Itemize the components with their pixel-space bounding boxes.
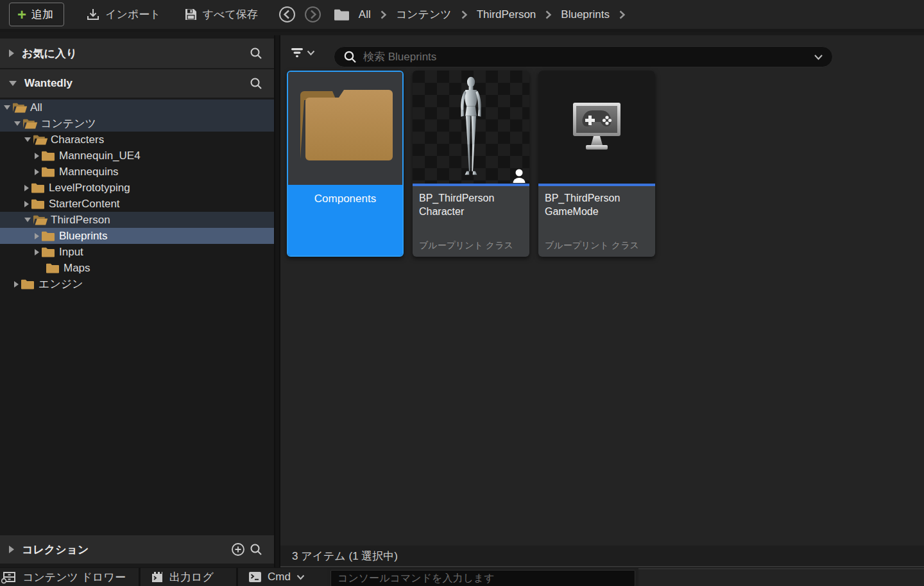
- tree-item-Input[interactable]: Input: [0, 244, 274, 260]
- chevron-right-icon: [461, 10, 468, 20]
- search-icon[interactable]: [247, 74, 265, 92]
- bottom-dock-bar: コンテンツ ドロワー 出力ログ Cmd コンソールコマンドを入力します: [0, 567, 924, 586]
- tree-item-All[interactable]: All: [0, 99, 274, 116]
- chevron-right-icon: [619, 10, 626, 20]
- folder-icon: [33, 214, 48, 226]
- collapse-arrow-icon[interactable]: [24, 137, 31, 142]
- tree-item-label: Mannequin_UE4: [59, 148, 141, 164]
- asset-name: Components: [288, 185, 402, 255]
- asset-tile-BP_ThirdPersonCharacter[interactable]: BP_ThirdPersonCharacterブループリント クラス: [413, 71, 529, 257]
- search-icon[interactable]: [247, 540, 265, 558]
- breadcrumb-item-thirdperson[interactable]: ThirdPerson: [477, 8, 536, 21]
- tree-item-Blueprints[interactable]: Blueprints: [0, 228, 274, 244]
- character-thumbnail: [441, 75, 501, 179]
- content-drawer-label: コンテンツ ドロワー: [22, 570, 126, 585]
- cmd-terminal-icon: [248, 571, 262, 583]
- tree-item-Mannequin_UE4[interactable]: Mannequin_UE4: [0, 148, 274, 164]
- folder-icon: [31, 198, 46, 210]
- chevron-down-icon: [296, 574, 305, 580]
- asset-tile-BP_ThirdPersonGameMode[interactable]: BP_ThirdPersonGameModeブループリント クラス: [538, 71, 655, 257]
- search-icon[interactable]: [247, 44, 265, 62]
- breadcrumb: All コンテンツ ThirdPerson Blueprints: [334, 7, 626, 22]
- add-button[interactable]: + 追加: [9, 3, 64, 26]
- wantedly-section-header[interactable]: Wantedly: [0, 69, 274, 98]
- tree-item-label: エンジン: [38, 276, 83, 292]
- tree-item-label: Maps: [64, 260, 90, 276]
- expand-arrow-icon[interactable]: [35, 169, 39, 175]
- tree-item-ThirdPerson[interactable]: ThirdPerson: [0, 212, 274, 228]
- gamemode-thumbnail-icon: [569, 100, 624, 154]
- save-all-label: すべて保存: [203, 7, 258, 22]
- collapse-arrow-icon[interactable]: [14, 121, 21, 126]
- folder-icon: [41, 246, 56, 258]
- folder-icon: [12, 102, 28, 114]
- sidebar: お気に入り Wantedly AllコンテンツCharactersMannequ…: [0, 35, 274, 567]
- folder-icon: [41, 150, 56, 162]
- output-log-label: 出力ログ: [169, 570, 214, 585]
- collapse-arrow-icon[interactable]: [4, 105, 10, 110]
- expand-arrow-icon[interactable]: [35, 233, 39, 239]
- asset-tile-Components[interactable]: Components: [287, 71, 404, 257]
- import-label: インポート: [105, 7, 161, 22]
- expand-arrow-icon[interactable]: [14, 281, 19, 288]
- breadcrumb-item-content[interactable]: コンテンツ: [396, 7, 452, 22]
- tree-item-label: All: [30, 99, 42, 116]
- asset-type-label: ブループリント クラス: [419, 240, 513, 252]
- content-drawer-tab[interactable]: コンテンツ ドロワー: [0, 568, 139, 586]
- breadcrumb-item-blueprints[interactable]: Blueprints: [561, 8, 610, 21]
- wantedly-label: Wantedly: [24, 77, 73, 90]
- breadcrumb-item-all[interactable]: All: [359, 8, 371, 21]
- favorites-section-header[interactable]: お気に入り: [0, 39, 274, 68]
- save-all-button[interactable]: すべて保存: [184, 7, 258, 22]
- back-button[interactable]: [278, 6, 296, 24]
- tree-item-Mannequins[interactable]: Mannequins: [0, 164, 274, 180]
- expand-arrow-icon[interactable]: [35, 249, 39, 255]
- collections-section-header[interactable]: コレクション: [0, 535, 274, 564]
- expand-arrow-icon[interactable]: [9, 49, 14, 57]
- status-bar: 3 アイテム (1 選択中): [280, 546, 924, 567]
- cmd-label: Cmd: [268, 571, 291, 583]
- output-log-tab[interactable]: 出力ログ: [141, 568, 236, 586]
- tree-item-label: Characters: [51, 132, 104, 148]
- console-command-input[interactable]: コンソールコマンドを入力します: [330, 570, 635, 586]
- import-button[interactable]: インポート: [86, 7, 161, 22]
- asset-name: BP_ThirdPersonGameMode: [545, 191, 649, 218]
- forward-button[interactable]: [304, 6, 322, 24]
- folder-icon: [46, 263, 61, 274]
- content-drawer-icon: [1, 570, 17, 584]
- expand-arrow-icon[interactable]: [35, 153, 39, 159]
- expand-arrow-icon[interactable]: [24, 185, 29, 191]
- folder-icon: [41, 230, 56, 242]
- output-log-icon: [151, 571, 164, 583]
- tree-item-コンテンツ[interactable]: コンテンツ: [0, 116, 274, 132]
- chevron-right-icon: [545, 10, 552, 20]
- search-icon: [343, 50, 357, 64]
- top-toolbar: + 追加 インポート すべて保存 All: [0, 0, 924, 32]
- asset-type-label: ブループリント クラス: [545, 240, 639, 252]
- cmd-selector[interactable]: Cmd: [238, 568, 327, 586]
- asset-grid: Components BP_ThirdPersonCharacterブループリン…: [287, 71, 655, 257]
- tree-item-label: Input: [59, 244, 83, 260]
- tree-item-Maps[interactable]: Maps: [0, 260, 274, 276]
- breadcrumb-folder-icon: [334, 8, 350, 21]
- tree-item-label: StarterContent: [49, 196, 120, 212]
- add-collection-icon[interactable]: [229, 540, 247, 558]
- tree-item-label: Blueprints: [59, 228, 108, 244]
- filter-button[interactable]: [291, 46, 315, 59]
- plus-icon: +: [17, 10, 26, 20]
- console-placeholder: コンソールコマンドを入力します: [338, 572, 495, 585]
- sidebar-splitter[interactable]: [274, 35, 280, 567]
- collapse-arrow-icon[interactable]: [9, 81, 17, 86]
- collapse-arrow-icon[interactable]: [24, 218, 31, 222]
- expand-arrow-icon[interactable]: [9, 546, 14, 553]
- tree-item-label: LevelPrototyping: [49, 180, 130, 196]
- tree-item-エンジン[interactable]: エンジン: [0, 276, 274, 292]
- tree-item-LevelPrototyping[interactable]: LevelPrototyping: [0, 180, 274, 196]
- tree-item-StarterContent[interactable]: StarterContent: [0, 196, 274, 212]
- folder-icon: [22, 118, 38, 130]
- search-input[interactable]: 検索 Blueprints: [334, 46, 833, 67]
- chevron-down-icon[interactable]: [814, 54, 823, 60]
- expand-arrow-icon[interactable]: [24, 201, 29, 207]
- tree-item-Characters[interactable]: Characters: [0, 132, 274, 148]
- filter-icon: [291, 46, 304, 59]
